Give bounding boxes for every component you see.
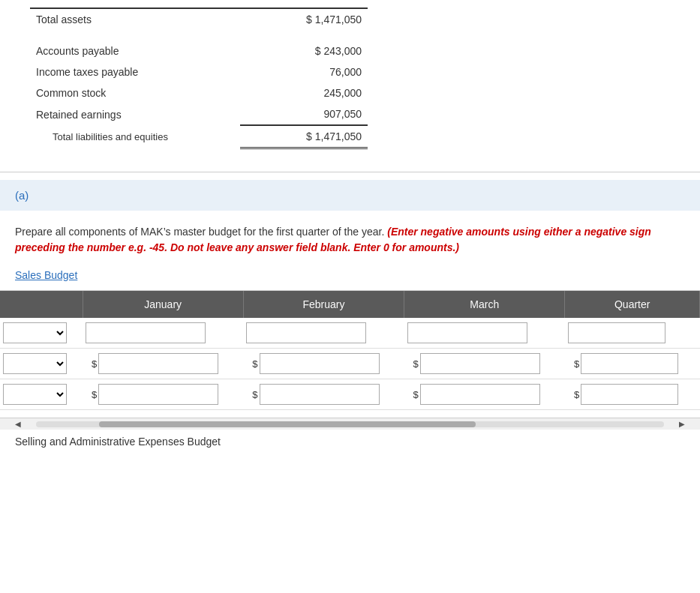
budget-row-3: $ $ $ (0, 379, 700, 410)
budget-table: January February March Quarter (0, 291, 700, 410)
income-taxes-label: Income taxes payable (30, 61, 240, 82)
budget-row-2-select[interactable] (3, 353, 67, 374)
common-stock-value: 245,000 (240, 82, 368, 103)
budget-row-3-select-cell (0, 379, 83, 410)
section-divider (0, 172, 700, 172)
budget-col-quarter: Quarter (565, 291, 700, 318)
budget-row-1-select-cell (0, 318, 83, 349)
part-label: (a) (15, 189, 29, 202)
financial-section: Total assets $ 1,471,050 Accounts payabl… (0, 0, 700, 164)
budget-row-3-mar-dollar: $ (407, 389, 420, 400)
budget-table-wrapper: January February March Quarter (0, 290, 700, 410)
budget-row-1-mar-input[interactable] (407, 322, 527, 343)
scroll-track[interactable] (36, 421, 664, 427)
budget-row-3-jan: $ (83, 379, 243, 410)
scroll-bar-area: ◀ ▶ (0, 418, 700, 430)
budget-row-2-jan-input[interactable] (98, 353, 218, 374)
total-assets-value: $ 1,471,050 (240, 8, 368, 30)
total-liabilities-value: $ 1,471,050 (240, 125, 368, 148)
part-header: (a) (0, 180, 700, 211)
budget-row-1-qtr-input[interactable] (568, 322, 665, 343)
income-taxes-value: 76,000 (240, 61, 368, 82)
budget-row-2-mar-dollar: $ (407, 358, 420, 370)
budget-row-1 (0, 318, 700, 349)
sales-budget-link[interactable]: Sales Budget (15, 269, 77, 281)
budget-row-2: $ $ $ (0, 349, 700, 379)
total-assets-label: Total assets (30, 8, 240, 30)
budget-row-3-mar-input[interactable] (420, 384, 540, 405)
budget-table-header-row: January February March Quarter (0, 291, 700, 318)
budget-row-1-mar (404, 318, 565, 349)
budget-row-3-jan-input[interactable] (98, 384, 218, 405)
accounts-payable-value: $ 243,000 (240, 40, 368, 61)
scroll-thumb (99, 421, 476, 427)
budget-row-3-feb: $ (243, 379, 404, 410)
budget-row-3-feb-dollar: $ (246, 389, 259, 400)
budget-col-march: March (404, 291, 565, 318)
selling-label-text: Selling and Administrative Expenses Budg… (15, 436, 221, 448)
budget-row-3-qtr-input[interactable] (581, 384, 678, 405)
income-taxes-row: Income taxes payable 76,000 (30, 61, 368, 82)
retained-earnings-label: Retained earnings (30, 103, 240, 125)
scroll-left-arrow[interactable]: ◀ (15, 420, 21, 428)
budget-row-1-qtr (565, 318, 700, 349)
budget-row-2-feb-input[interactable] (260, 353, 380, 374)
spacer-row (30, 30, 368, 40)
budget-row-2-select-cell (0, 349, 83, 379)
budget-row-3-qtr: $ (565, 379, 700, 410)
budget-row-2-feb: $ (243, 349, 404, 379)
accounts-payable-label: Accounts payable (30, 40, 240, 61)
budget-row-2-qtr: $ (565, 349, 700, 379)
total-assets-row: Total assets $ 1,471,050 (30, 8, 368, 30)
budget-col-january: January (83, 291, 243, 318)
financial-table: Total assets $ 1,471,050 Accounts payabl… (30, 7, 368, 149)
common-stock-row: Common stock 245,000 (30, 82, 368, 103)
retained-earnings-value: 907,050 (240, 103, 368, 125)
selling-label-section: Selling and Administrative Expenses Budg… (0, 430, 700, 454)
budget-row-3-feb-input[interactable] (260, 384, 380, 405)
budget-row-2-feb-dollar: $ (246, 358, 259, 370)
budget-row-2-mar: $ (404, 349, 565, 379)
budget-row-3-qtr-dollar: $ (568, 389, 581, 400)
instructions-text1: Prepare all components of MAK’s master b… (15, 226, 384, 238)
budget-row-1-jan-input[interactable] (86, 322, 206, 343)
budget-row-2-qtr-input[interactable] (581, 353, 678, 374)
budget-row-2-jan-dollar: $ (86, 358, 98, 370)
instructions-section: Prepare all components of MAK’s master b… (0, 211, 700, 263)
budget-row-3-select[interactable] (3, 384, 67, 405)
budget-row-2-jan: $ (83, 349, 243, 379)
accounts-payable-row: Accounts payable $ 243,000 (30, 40, 368, 61)
common-stock-label: Common stock (30, 82, 240, 103)
budget-link-section: Sales Budget (0, 263, 700, 290)
budget-col-february: February (243, 291, 404, 318)
total-liabilities-row: Total liabilities and equities $ 1,471,0… (30, 125, 368, 148)
budget-row-1-feb-input[interactable] (246, 322, 366, 343)
total-liabilities-label: Total liabilities and equities (30, 125, 240, 148)
budget-col-empty (0, 291, 83, 318)
retained-earnings-row: Retained earnings 907,050 (30, 103, 368, 125)
budget-row-3-jan-dollar: $ (86, 389, 98, 400)
budget-row-1-feb (243, 318, 404, 349)
budget-row-2-mar-input[interactable] (420, 353, 540, 374)
budget-row-2-qtr-dollar: $ (568, 358, 581, 370)
scroll-right-arrow[interactable]: ▶ (679, 420, 685, 428)
budget-row-1-select[interactable] (3, 322, 67, 343)
budget-row-3-mar: $ (404, 379, 565, 410)
budget-row-1-jan (83, 318, 243, 349)
